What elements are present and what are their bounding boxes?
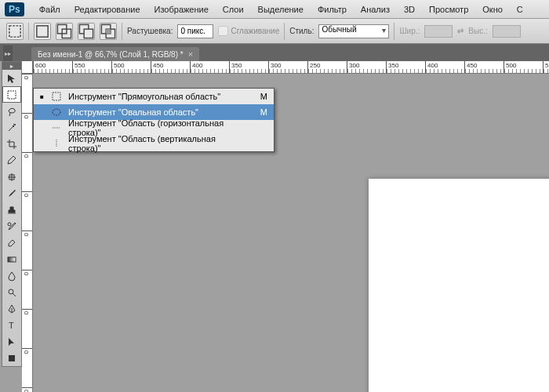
selection-subtract-icon[interactable] (78, 23, 95, 40)
antialias-checkbox: Сглаживание (218, 26, 279, 36)
ruler-vertical[interactable]: 000000000 (22, 74, 33, 392)
pen-tool[interactable] (2, 300, 21, 317)
flyout-label: Инструмент "Овальная область" (68, 107, 249, 117)
width-label: Шир.: (399, 27, 420, 35)
type-tool[interactable]: T (2, 317, 21, 333)
menu-window[interactable]: Окно (482, 5, 503, 14)
separator (394, 23, 394, 40)
move-tool[interactable] (2, 70, 21, 86)
dodge-tool[interactable] (2, 284, 21, 300)
app-logo: Ps (5, 2, 24, 16)
document-title: Без имени-1 @ 66,7% (Слой 1, RGB/8) * (38, 50, 184, 59)
stamp-tool[interactable] (2, 201, 21, 218)
svg-rect-1 (37, 25, 48, 36)
current-marker: ■ (40, 93, 45, 100)
close-tab-icon[interactable]: × (188, 49, 193, 59)
menubar: Ps Файл Редактирование Изображение Слои … (0, 0, 549, 19)
canvas[interactable] (369, 179, 549, 392)
brush-tool[interactable] (2, 185, 21, 201)
svg-rect-0 (9, 25, 20, 36)
marquee-tool[interactable] (2, 86, 21, 103)
single-column-marquee-icon (51, 139, 62, 148)
crop-tool[interactable] (2, 136, 21, 152)
menu-3d[interactable]: 3D (404, 5, 415, 14)
flyout-shortcut: M (255, 92, 267, 101)
menu-layers[interactable]: Слои (223, 5, 244, 14)
options-bar: Растушевка: Сглаживание Стиль: Обычный Ш… (0, 19, 549, 44)
flyout-item-elliptical[interactable]: Инструмент "Овальная область" M (34, 104, 274, 120)
menu-analysis[interactable]: Анализ (361, 5, 390, 14)
style-select[interactable]: Обычный (318, 24, 389, 38)
selection-intersect-icon[interactable] (100, 23, 117, 40)
flyout-item-single-row[interactable]: Инструмент "Область (горизонтальная стро… (34, 120, 274, 136)
document-tabbar: ▸▸ Без имени-1 @ 66,7% (Слой 1, RGB/8) *… (0, 44, 549, 61)
style-label: Стиль: (289, 27, 314, 35)
ruler-horizontal[interactable] (33, 61, 549, 74)
menu-image[interactable]: Изображение (155, 5, 209, 14)
expand-panels-icon[interactable]: ▸▸ (3, 45, 13, 61)
menu-edit[interactable]: Редактирование (75, 5, 140, 14)
tool-preset-icon[interactable] (6, 23, 24, 40)
separator (284, 23, 285, 40)
blur-tool[interactable] (2, 267, 21, 284)
marquee-flyout: ■ Инструмент "Прямоугольная область" M И… (33, 88, 274, 152)
height-input (493, 25, 521, 38)
svg-rect-9 (8, 91, 16, 99)
menu-file[interactable]: Файл (39, 5, 60, 14)
flyout-shortcut: M (255, 107, 267, 117)
separator (28, 23, 29, 40)
svg-point-12 (8, 223, 11, 226)
menu-help[interactable]: С (517, 5, 523, 14)
flyout-label: Инструмент "Прямоугольная область" (68, 92, 249, 101)
elliptical-marquee-icon (51, 107, 62, 117)
menu-view[interactable]: Просмотр (429, 5, 468, 14)
ruler-origin[interactable] (22, 61, 33, 74)
flyout-item-single-column[interactable]: Инструмент "Область (вертикальная строка… (34, 136, 274, 151)
svg-point-10 (14, 124, 16, 125)
svg-rect-8 (106, 29, 111, 34)
selection-add-icon[interactable] (56, 23, 73, 40)
document-tab[interactable]: Без имени-1 @ 66,7% (Слой 1, RGB/8) * × (31, 47, 199, 61)
svg-rect-5 (84, 29, 93, 38)
svg-rect-17 (53, 93, 60, 100)
flyout-item-rectangular[interactable]: ■ Инструмент "Прямоугольная область" M (34, 89, 274, 104)
menu-filter[interactable]: Фильтр (318, 5, 347, 14)
gradient-tool[interactable] (2, 251, 21, 267)
healing-tool[interactable] (2, 169, 21, 185)
svg-rect-16 (9, 355, 15, 361)
separator (122, 23, 122, 40)
flyout-label: Инструмент "Область (вертикальная строка… (68, 134, 249, 153)
history-brush-tool[interactable] (2, 218, 21, 234)
svg-text:T: T (9, 321, 14, 330)
width-input (424, 25, 453, 38)
svg-rect-13 (8, 257, 16, 262)
selection-new-icon[interactable] (34, 23, 51, 40)
single-row-marquee-icon (51, 123, 62, 132)
feather-label: Растушевка: (127, 27, 173, 35)
wand-tool[interactable] (2, 119, 21, 136)
eraser-tool[interactable] (2, 234, 21, 251)
toolbox-handle[interactable]: ► (2, 62, 21, 70)
path-select-tool[interactable] (2, 333, 21, 350)
toolbox: ► T (2, 61, 22, 367)
feather-input[interactable] (177, 24, 213, 38)
shape-tool[interactable] (2, 350, 21, 366)
menu-select[interactable]: Выделение (258, 5, 304, 14)
workspace: 000000000 ► T ■ Инструмент "Прямоугольна… (0, 61, 549, 392)
svg-point-18 (53, 109, 60, 115)
swap-dims-icon: ⇄ (457, 27, 464, 35)
height-label: Выс.: (468, 27, 487, 35)
lasso-tool[interactable] (2, 103, 21, 119)
rectangular-marquee-icon (51, 92, 62, 101)
eyedropper-tool[interactable] (2, 152, 21, 169)
